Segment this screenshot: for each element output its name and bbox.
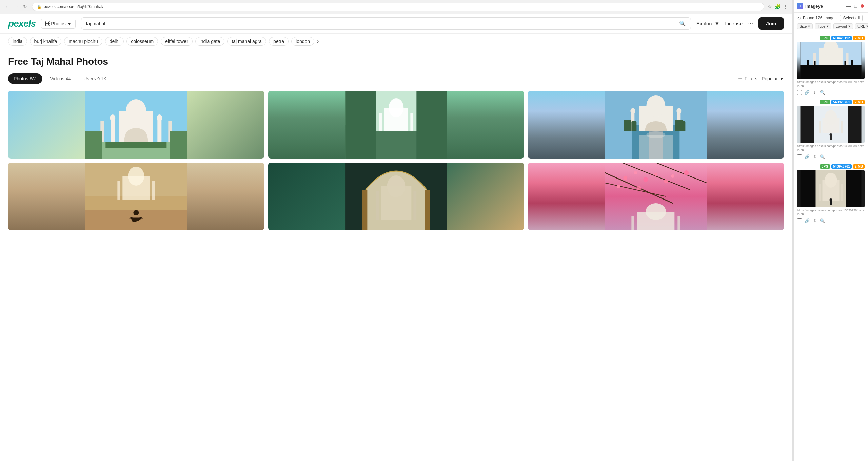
- tag-eiffel-tower[interactable]: eiffel tower: [161, 37, 192, 46]
- url-chevron: ▼: [866, 25, 868, 28]
- imageye-size-filter[interactable]: Size ▼: [797, 23, 813, 29]
- tag-burj-khalifa[interactable]: burj khalifa: [30, 37, 62, 46]
- svg-rect-82: [851, 60, 853, 65]
- imageye-image-item-1[interactable]: JPG 6144x8192 2 MB: [794, 34, 868, 98]
- svg-rect-84: [801, 106, 814, 143]
- imageye-logo-text: Imageye: [805, 4, 823, 9]
- image-1-zoom-button[interactable]: 🔍: [819, 89, 826, 96]
- svg-point-97: [825, 173, 837, 188]
- svg-rect-77: [846, 53, 849, 65]
- sort-button[interactable]: Popular ▼: [762, 76, 784, 81]
- sort-chevron: ▼: [779, 76, 784, 81]
- image-1-open-button[interactable]: 🔗: [804, 89, 810, 96]
- pexels-logo[interactable]: pexels: [8, 18, 36, 29]
- more-nav-button[interactable]: ···: [748, 20, 753, 27]
- svg-point-71: [861, 4, 864, 8]
- settings-icon[interactable]: ⋮: [783, 4, 788, 9]
- image-3-url: https://images.pexels.com/photos/1303093…: [797, 209, 865, 216]
- image-2-open-button[interactable]: 🔗: [804, 154, 810, 160]
- tag-india-gate[interactable]: india gate: [195, 37, 225, 46]
- tag-petra[interactable]: petra: [269, 37, 289, 46]
- image-3-actions: 🔗 ↧ 🔍: [797, 218, 865, 224]
- image-2-thumb[interactable]: [797, 106, 865, 143]
- svg-rect-85: [848, 106, 862, 143]
- imageye-image-item-3[interactable]: JPG 5409x6761 2 MB: [794, 162, 868, 226]
- image-3-badges: JPG 5409x6761 2 MB: [797, 164, 865, 169]
- pexels-header: pexels 🖼 Photos ▼ 🔍 Explore ▼ License ··…: [0, 14, 792, 34]
- imageye-layout-filter[interactable]: Layout ▼: [833, 23, 853, 29]
- image-1-download-button[interactable]: ↧: [812, 89, 817, 96]
- image-3-thumb[interactable]: [797, 170, 865, 207]
- image-3-download-button[interactable]: ↧: [812, 218, 817, 224]
- imageye-header-actions: ― □: [846, 3, 865, 9]
- image-3-size-badge: 2 MB: [853, 164, 865, 169]
- photos-dropdown-label: Photos: [51, 21, 66, 26]
- tab-videos[interactable]: Videos 44: [44, 73, 76, 84]
- imageye-logo-icon: i: [797, 3, 803, 9]
- filters-button[interactable]: ☰ Filters: [738, 76, 757, 81]
- imageye-select-all-button[interactable]: Select all: [840, 15, 863, 21]
- filter-tabs: Photos 881 Videos 44 Users 9.1K ☰ Filter…: [8, 73, 784, 84]
- image-1-badges: JPG 6144x8192 2 MB: [797, 36, 865, 40]
- back-button[interactable]: ←: [4, 3, 11, 10]
- forward-button[interactable]: →: [13, 3, 20, 10]
- image-2-download-button[interactable]: ↧: [812, 154, 817, 160]
- tag-machu-picchu[interactable]: machu picchu: [64, 37, 102, 46]
- tab-users[interactable]: Users 9.1K: [78, 73, 112, 84]
- search-bar[interactable]: 🔍: [81, 17, 691, 30]
- photo-item-2[interactable]: [268, 91, 524, 159]
- tags-more-icon[interactable]: ›: [317, 38, 319, 44]
- image-2-badges: JPG 5409x6761 2 MB: [797, 100, 865, 104]
- image-2-zoom-button[interactable]: 🔍: [819, 154, 826, 160]
- bookmark-icon[interactable]: ☆: [768, 4, 772, 9]
- extensions-icon[interactable]: 🧩: [775, 4, 781, 9]
- photos-type-dropdown[interactable]: 🖼 Photos ▼: [41, 19, 75, 29]
- imageye-type-filter[interactable]: Type ▼: [815, 23, 831, 29]
- imageye-filter-row: Size ▼ Type ▼ Layout ▼ URL ▼: [797, 23, 865, 29]
- tag-colosseum[interactable]: colosseum: [126, 37, 158, 46]
- photo-item-3[interactable]: [528, 91, 784, 159]
- tag-taj-mahal-agra[interactable]: taj mahal agra: [227, 37, 266, 46]
- svg-rect-99: [841, 184, 843, 201]
- tag-delhi[interactable]: delhi: [105, 37, 124, 46]
- photos-dropdown-chevron: ▼: [67, 21, 72, 26]
- photos-dropdown-icon: 🖼: [45, 21, 50, 26]
- image-3-zoom-button[interactable]: 🔍: [819, 218, 826, 224]
- image-1-checkbox[interactable]: [797, 90, 802, 95]
- tag-india[interactable]: india: [8, 37, 27, 46]
- tab-photos[interactable]: Photos 881: [8, 73, 42, 84]
- url-text: pexels.com/search/taj%20mahal/: [44, 4, 103, 9]
- photo-item-4[interactable]: [8, 163, 264, 230]
- imageye-refresh-button[interactable]: ↻: [797, 16, 801, 21]
- photo-item-1[interactable]: [8, 91, 264, 159]
- image-3-checkbox[interactable]: [797, 218, 802, 223]
- svg-rect-98: [819, 184, 821, 201]
- reload-button[interactable]: ↻: [22, 3, 28, 10]
- imageye-url-filter[interactable]: URL ▼: [855, 23, 868, 29]
- search-icon[interactable]: 🔍: [679, 20, 686, 27]
- tabs-left: Photos 881 Videos 44 Users 9.1K: [8, 73, 112, 84]
- imageye-image-item-2[interactable]: JPG 5409x6761 2 MB: [794, 98, 868, 162]
- image-2-checkbox[interactable]: [797, 154, 802, 159]
- tabs-right: ☰ Filters Popular ▼: [738, 76, 784, 81]
- tag-london[interactable]: london: [291, 37, 314, 46]
- layout-chevron: ▼: [848, 25, 851, 28]
- image-1-actions: 🔗 ↧ 🔍: [797, 89, 865, 96]
- lock-icon: 🔒: [37, 5, 42, 9]
- svg-rect-90: [841, 121, 843, 133]
- imageye-close-button[interactable]: [860, 3, 865, 9]
- photo-item-6[interactable]: [528, 163, 784, 230]
- explore-nav-link[interactable]: Explore ▼: [696, 21, 720, 26]
- photo-item-5[interactable]: [268, 163, 524, 230]
- image-3-open-button[interactable]: 🔗: [804, 218, 810, 224]
- imageye-minimize-button[interactable]: ―: [846, 3, 852, 9]
- join-button[interactable]: Join: [758, 17, 784, 30]
- imageye-expand-button[interactable]: □: [854, 3, 858, 9]
- imageye-images-list[interactable]: JPG 6144x8192 2 MB: [794, 32, 868, 461]
- url-bar[interactable]: 🔒 pexels.com/search/taj%20mahal/: [32, 3, 764, 11]
- image-2-url: https://images.pexels.com/photos/1303093…: [797, 144, 865, 152]
- search-input[interactable]: [86, 21, 676, 26]
- license-nav-link[interactable]: License: [725, 21, 743, 26]
- image-1-thumb[interactable]: [797, 42, 865, 79]
- browser-actions: ☆ 🧩 ⋮: [768, 4, 788, 9]
